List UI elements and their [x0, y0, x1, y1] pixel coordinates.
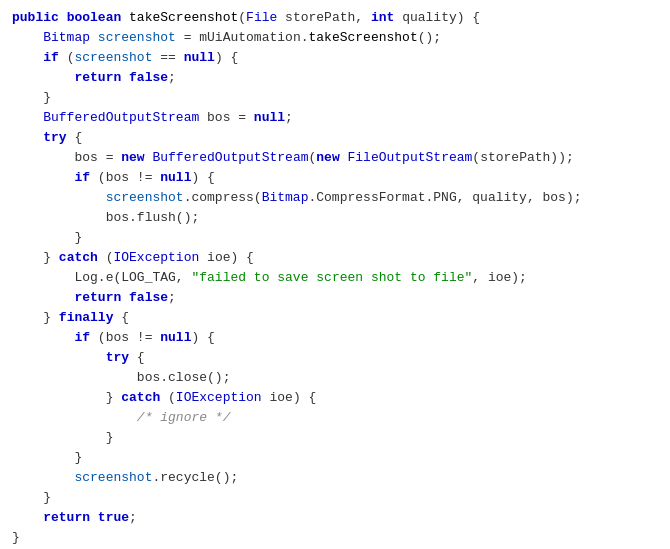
code-token-kw: if	[74, 328, 90, 348]
code-token-kw: public	[12, 8, 59, 28]
code-line: screenshot.compress(Bitmap.CompressForma…	[0, 188, 670, 208]
code-token-plain: .CompressFormat.PNG, quality, bos);	[308, 188, 581, 208]
code-token-plain: bos.flush();	[106, 208, 200, 228]
code-token-plain	[121, 68, 129, 88]
code-token-plain: }	[43, 88, 51, 108]
code-line: }	[0, 448, 670, 468]
code-token-plain: ;	[285, 108, 293, 128]
code-token-plain	[59, 8, 67, 28]
code-token-plain: bos =	[199, 108, 254, 128]
code-line: if (bos != null) {	[0, 328, 670, 348]
code-token-plain: Log.e(LOG_TAG,	[74, 268, 191, 288]
code-token-plain: ;	[168, 288, 176, 308]
code-line: }	[0, 428, 670, 448]
code-token-kw: if	[74, 168, 90, 188]
code-token-plain: (	[59, 48, 75, 68]
code-token-plain	[121, 8, 129, 28]
code-line: screenshot.recycle();	[0, 468, 670, 488]
code-token-type: BufferedOutputStream	[152, 148, 308, 168]
code-line: Bitmap screenshot = mUiAutomation.takeSc…	[0, 28, 670, 48]
code-token-plain: (	[238, 8, 246, 28]
code-token-plain: (	[98, 248, 114, 268]
code-token-kw: boolean	[67, 8, 122, 28]
code-token-kw: try	[43, 128, 66, 148]
code-token-plain: {	[113, 308, 129, 328]
code-line: }	[0, 528, 670, 548]
code-line: }	[0, 228, 670, 248]
code-token-plain: (bos !=	[90, 168, 160, 188]
code-token-kw: finally	[59, 308, 114, 328]
code-line: }	[0, 488, 670, 508]
code-token-plain: storePath,	[277, 8, 371, 28]
code-token-kw: null	[160, 168, 191, 188]
code-token-plain: }	[43, 248, 59, 268]
code-line: public boolean takeScreenshot(File store…	[0, 8, 670, 28]
code-line: } finally {	[0, 308, 670, 328]
code-token-plain: ) {	[191, 168, 214, 188]
code-token-kw: false	[129, 68, 168, 88]
code-token-plain: quality) {	[394, 8, 480, 28]
code-token-type: BufferedOutputStream	[43, 108, 199, 128]
code-token-kw: null	[184, 48, 215, 68]
code-token-plain: }	[43, 308, 59, 328]
code-token-plain: }	[106, 388, 122, 408]
code-token-kw: new	[121, 148, 144, 168]
code-token-kw: catch	[121, 388, 160, 408]
code-token-kw: try	[106, 348, 129, 368]
code-token-plain: .compress(	[184, 188, 262, 208]
code-editor: public boolean takeScreenshot(File store…	[0, 0, 670, 549]
code-token-str: "failed to save screen shot to file"	[191, 268, 472, 288]
code-token-type: Bitmap	[43, 28, 90, 48]
code-token-plain: bos.close();	[137, 368, 231, 388]
code-token-type: FileOutputStream	[348, 148, 473, 168]
code-line: Log.e(LOG_TAG, "failed to save screen sh…	[0, 268, 670, 288]
code-token-plain: {	[129, 348, 145, 368]
code-token-kw: null	[160, 328, 191, 348]
code-token-kw: return	[74, 68, 121, 88]
code-line: return false;	[0, 288, 670, 308]
code-token-plain: (	[160, 388, 176, 408]
code-token-plain	[145, 148, 153, 168]
code-token-plain: ();	[418, 28, 441, 48]
code-token-kw: null	[254, 108, 285, 128]
code-token-plain: ==	[152, 48, 183, 68]
code-line: if (screenshot == null) {	[0, 48, 670, 68]
code-token-plain: }	[43, 488, 51, 508]
code-token-plain	[90, 508, 98, 528]
code-token-plain	[340, 148, 348, 168]
code-line: try {	[0, 128, 670, 148]
code-line: return true;	[0, 508, 670, 528]
code-token-plain: ) {	[215, 48, 238, 68]
code-token-plain: ) {	[191, 328, 214, 348]
code-line: bos = new BufferedOutputStream(new FileO…	[0, 148, 670, 168]
code-token-fn: takeScreenshot	[129, 8, 238, 28]
code-token-plain: , ioe);	[472, 268, 527, 288]
code-token-fn: takeScreenshot	[308, 28, 417, 48]
code-token-kw: catch	[59, 248, 98, 268]
code-token-varhl: screenshot	[98, 28, 176, 48]
code-line: BufferedOutputStream bos = null;	[0, 108, 670, 128]
code-token-plain	[121, 288, 129, 308]
code-token-plain: ;	[129, 508, 137, 528]
code-line: } catch (IOException ioe) {	[0, 248, 670, 268]
code-token-plain: ;	[168, 68, 176, 88]
code-line: /* ignore */	[0, 408, 670, 428]
code-token-kw: return	[74, 288, 121, 308]
code-token-plain: }	[74, 228, 82, 248]
code-token-plain: = mUiAutomation.	[176, 28, 309, 48]
code-token-plain: ioe) {	[262, 388, 317, 408]
code-token-kw: return	[43, 508, 90, 528]
code-line: } catch (IOException ioe) {	[0, 388, 670, 408]
code-token-kw: false	[129, 288, 168, 308]
code-token-plain: (	[308, 148, 316, 168]
code-token-plain: {	[67, 128, 83, 148]
code-token-plain: }	[74, 448, 82, 468]
code-token-kw: true	[98, 508, 129, 528]
code-token-plain	[90, 28, 98, 48]
code-token-varhl: screenshot	[106, 188, 184, 208]
code-token-type: IOException	[113, 248, 199, 268]
code-line: try {	[0, 348, 670, 368]
code-token-plain: .recycle();	[152, 468, 238, 488]
code-token-plain: }	[12, 528, 20, 548]
code-token-plain: ioe) {	[199, 248, 254, 268]
